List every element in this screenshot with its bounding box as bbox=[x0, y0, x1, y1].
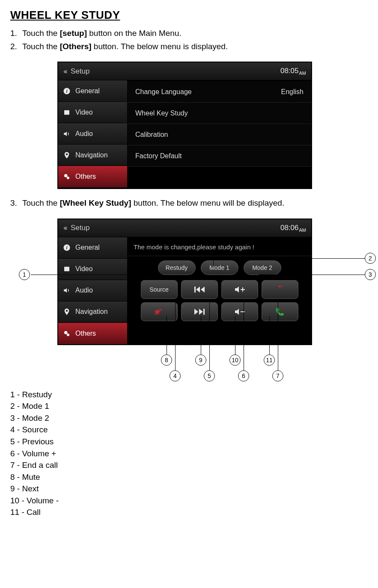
sidebar-item-others[interactable]: Others bbox=[58, 166, 128, 187]
sidebar-item-audio[interactable]: Audio bbox=[58, 280, 128, 301]
callout-9: 9 bbox=[195, 355, 206, 366]
steps-list-2: 3. Touch the [Wheel Key Study] button. T… bbox=[10, 198, 368, 209]
screen-title: Setup bbox=[71, 224, 89, 232]
legend-item: 8 - Mute bbox=[10, 471, 368, 483]
callout-3: 3 bbox=[365, 269, 376, 280]
row-label: Change Language bbox=[135, 88, 192, 96]
callout-2: 2 bbox=[365, 253, 376, 264]
content-panel: Change Language English Wheel Key Study … bbox=[128, 80, 311, 188]
sidebar-item-label: Others bbox=[75, 173, 96, 180]
sidebar-item-video[interactable]: Video bbox=[58, 102, 128, 123]
legend-item: 2 - Mode 1 bbox=[10, 400, 368, 412]
pin-icon bbox=[63, 151, 71, 160]
back-chevrons-icon[interactable]: ‹‹‹ bbox=[63, 68, 66, 75]
legend-item: 3 - Mode 2 bbox=[10, 412, 368, 424]
source-button[interactable]: Source bbox=[141, 280, 178, 299]
mode-row: Restudy Mode 1 Mode 2 bbox=[128, 256, 311, 278]
back-chevrons-icon[interactable]: ‹‹‹ bbox=[63, 224, 66, 232]
sidebar-item-label: Audio bbox=[75, 287, 93, 294]
restudy-button[interactable]: Restudy bbox=[158, 260, 196, 275]
wheel-key-study-screenshot: ‹‹‹ Setup 08:06AM i General Video Audio bbox=[57, 219, 312, 345]
setup-others-screenshot: ‹‹‹ Setup 08:05AM i General Video Audio bbox=[57, 62, 312, 189]
callout-7: 7 bbox=[272, 370, 283, 381]
speaker-icon bbox=[63, 286, 71, 295]
end-call-icon bbox=[275, 286, 285, 293]
svg-rect-5 bbox=[64, 114, 65, 115]
info-icon: i bbox=[63, 243, 71, 252]
svg-point-10 bbox=[67, 177, 69, 179]
row-label: Factory Default bbox=[135, 152, 182, 160]
step-number: 2. bbox=[10, 41, 17, 53]
volume-down-button[interactable] bbox=[221, 302, 258, 321]
row-calibration[interactable]: Calibration bbox=[128, 124, 311, 145]
sidebar-item-general[interactable]: i General bbox=[58, 80, 128, 102]
clock: 08:06AM bbox=[280, 224, 306, 233]
mute-button[interactable] bbox=[141, 302, 178, 321]
legend-item: 5 - Previous bbox=[10, 436, 368, 448]
svg-point-14 bbox=[64, 331, 68, 334]
screen-title: Setup bbox=[71, 67, 89, 76]
previous-button[interactable] bbox=[181, 280, 218, 299]
sidebar-item-label: Video bbox=[75, 109, 93, 116]
film-icon bbox=[63, 108, 71, 117]
next-button[interactable] bbox=[181, 302, 218, 321]
call-button[interactable] bbox=[262, 302, 298, 321]
legend-item: 4 - Source bbox=[10, 424, 368, 436]
clock-time: 08:05 bbox=[280, 67, 299, 75]
mode2-button[interactable]: Mode 2 bbox=[244, 260, 281, 275]
sidebar-item-label: Others bbox=[75, 330, 96, 337]
legend-item: 1 - Restudy bbox=[10, 389, 368, 401]
row-factory-default[interactable]: Factory Default bbox=[128, 145, 311, 167]
sidebar-item-label: Navigation bbox=[75, 308, 108, 316]
sidebar-item-others[interactable]: Others bbox=[58, 323, 128, 344]
step-bold: [setup] bbox=[60, 29, 87, 38]
step-3: 3. Touch the [Wheel Key Study] button. T… bbox=[10, 198, 368, 209]
volume-up-button[interactable] bbox=[221, 280, 258, 299]
step-number: 1. bbox=[10, 28, 17, 39]
sidebar-item-label: Video bbox=[75, 265, 93, 273]
step-text: button. The below menu will be displayed… bbox=[131, 198, 284, 207]
content-panel: The mode is changed,please study again !… bbox=[128, 237, 311, 344]
sidebar-item-navigation[interactable]: Navigation bbox=[58, 301, 128, 323]
volume-down-icon bbox=[234, 308, 245, 316]
row-wheel-key-study[interactable]: Wheel Key Study bbox=[128, 103, 311, 124]
clock: 08:05AM bbox=[280, 67, 306, 76]
film-icon bbox=[63, 265, 71, 273]
callout-5: 5 bbox=[204, 370, 215, 381]
callout-6: 6 bbox=[238, 370, 249, 381]
svg-rect-8 bbox=[69, 114, 70, 115]
speaker-icon bbox=[63, 130, 71, 138]
pin-icon bbox=[63, 307, 71, 316]
screenshot-2-wrap: ‹‹‹ Setup 08:06AM i General Video Audio bbox=[57, 219, 378, 381]
sidebar-item-general[interactable]: i General bbox=[58, 237, 128, 259]
legend-item: 11 - Call bbox=[10, 506, 368, 518]
row-change-language[interactable]: Change Language English bbox=[128, 81, 311, 103]
sidebar-item-navigation[interactable]: Navigation bbox=[58, 145, 128, 166]
volume-up-icon bbox=[234, 286, 245, 293]
clock-ampm: AM bbox=[299, 228, 307, 233]
end-call-button[interactable] bbox=[262, 280, 298, 299]
call-icon bbox=[275, 307, 285, 316]
mute-icon bbox=[154, 307, 164, 316]
step-bold: [Wheel Key Study] bbox=[60, 198, 131, 207]
svg-rect-20 bbox=[203, 309, 205, 315]
sidebar-item-audio[interactable]: Audio bbox=[58, 123, 128, 145]
steps-list: 1. Touch the [setup] button on the Main … bbox=[10, 28, 368, 52]
page-title: WHEEL KEY STUDY bbox=[10, 9, 368, 22]
mode1-button[interactable]: Mode 1 bbox=[201, 260, 238, 275]
svg-rect-4 bbox=[64, 112, 65, 113]
svg-point-9 bbox=[64, 174, 68, 177]
notice-text: The mode is changed,please study again ! bbox=[128, 238, 311, 256]
clock-time: 08:06 bbox=[280, 224, 299, 232]
legend-item: 9 - Next bbox=[10, 483, 368, 495]
sidebar-item-video[interactable]: Video bbox=[58, 259, 128, 280]
callout-1: 1 bbox=[19, 269, 30, 280]
step-2: 2. Touch the [Others] button. The below … bbox=[10, 41, 368, 53]
callout-11: 11 bbox=[264, 355, 275, 366]
step-text: Touch the bbox=[22, 42, 60, 51]
callout-8: 8 bbox=[161, 355, 172, 366]
row-value: English bbox=[281, 88, 304, 96]
svg-rect-13 bbox=[64, 267, 69, 272]
sidebar-item-label: General bbox=[75, 87, 100, 95]
row-label: Wheel Key Study bbox=[135, 109, 188, 117]
